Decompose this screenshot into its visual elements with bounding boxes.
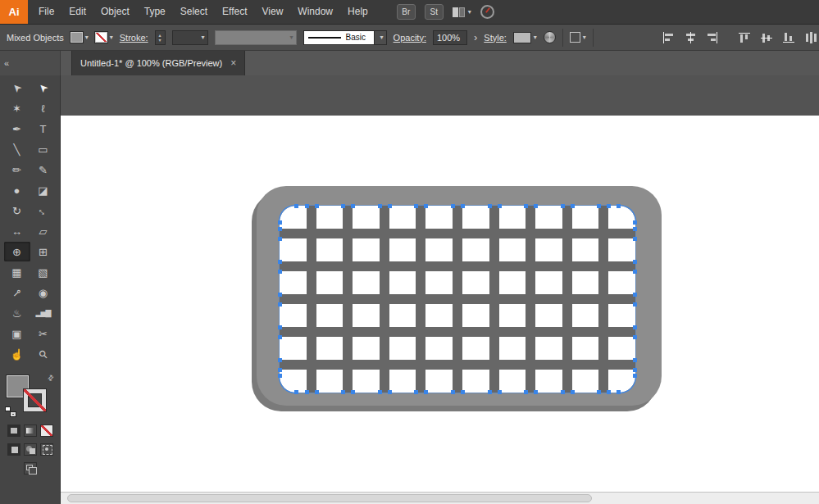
blob-brush-tool-icon: ● [14,185,20,196]
graphic-style-dropdown[interactable]: ▾ [513,32,537,43]
grid-cell [389,337,416,360]
free-transform-tool[interactable]: ▱ [30,221,57,241]
mesh-tool[interactable]: ▦ [4,262,30,282]
hand-tool[interactable]: ☝ [4,344,30,364]
scale-tool[interactable]: ↔ [30,201,57,220]
rectangle-tool[interactable]: ▭ [30,139,57,159]
stroke-indicator[interactable] [24,389,46,411]
swap-fill-stroke-icon[interactable]: ⇄ [46,373,56,383]
align-right-button[interactable] [706,31,719,44]
align-center-horizontal-button[interactable] [684,31,697,44]
menu-item-effect[interactable]: Effect [215,0,254,24]
grid-cell [572,271,599,294]
grid-cell [462,271,489,294]
stroke-style-combo[interactable]: Basic ▾ [303,30,387,45]
close-tab-icon[interactable]: × [230,57,236,69]
shape-builder-tool[interactable]: ⊕ [4,242,30,261]
magic-wand-tool[interactable]: ✶ [4,98,30,118]
paintbrush-tool[interactable]: ✏ [4,160,30,179]
blob-brush-tool[interactable]: ● [4,180,30,200]
opacity-input[interactable] [433,30,467,45]
slice-tool[interactable]: ✂ [30,324,57,343]
draw-behind-button[interactable] [24,443,37,456]
chevron-down-icon: ▾ [534,34,537,41]
menu-item-select[interactable]: Select [173,0,215,24]
artwork-grid[interactable] [280,206,635,393]
pencil-tool[interactable]: ✎ [30,160,57,179]
eyedropper-tool[interactable]: ⊸ [4,283,30,302]
direct-selection-tool[interactable]: ➤ [30,78,57,98]
screen-mode-button[interactable] [24,462,37,474]
style-link[interactable]: Style: [484,33,507,43]
workspace-switcher[interactable]: ▾ [453,7,471,17]
perspective-grid-tool[interactable]: ⊞ [30,242,57,261]
fill-color-dropdown[interactable]: ▾ [71,32,89,43]
grid-cell [535,337,562,360]
control-bar: Mixed Objects ▾ ▾ Stroke: ▴ ▾ ▾ ▾ Basic … [0,25,819,51]
opacity-panel-arrow[interactable]: › [474,32,477,43]
column-graph-tool[interactable]: ▂▅▇ [30,303,57,323]
default-fill-stroke-icon[interactable] [5,406,16,416]
none-button[interactable] [40,425,53,437]
menu-item-edit[interactable]: Edit [61,0,93,24]
gradient-tool-icon: ▧ [38,267,48,278]
menu-item-window[interactable]: Window [290,0,340,24]
menu-item-type[interactable]: Type [137,0,173,24]
align-middle-vertical-button[interactable] [760,31,773,44]
fill-stroke-indicator: ⇄ [5,374,56,418]
cs-live-gauge-icon[interactable] [480,5,494,19]
stroke-weight-stepper[interactable]: ▴ ▾ [155,30,166,45]
align-left-button[interactable] [662,31,675,44]
menu-item-help[interactable]: Help [340,0,375,24]
bridge-button[interactable]: Br [397,4,416,20]
opacity-link[interactable]: Opacity: [394,33,426,43]
pen-tool[interactable]: ✒ [4,119,30,138]
stroke-color-dropdown[interactable]: ▾ [95,32,113,43]
document-tab[interactable]: Untitled-1* @ 100% (RGB/Preview) × [71,51,245,75]
pencil-tool-icon: ✎ [39,165,48,175]
line-segment-tool[interactable]: ╲ [4,139,30,159]
app-logo[interactable]: Ai [0,0,28,24]
grid-cell [316,304,344,327]
recolor-artwork-icon[interactable] [544,31,556,43]
stroke-weight-combo[interactable]: ▾ [172,30,208,45]
align-bottom-button[interactable] [782,31,795,44]
menu-item-view[interactable]: View [255,0,291,24]
stock-button[interactable]: St [425,4,444,20]
workspace-icon [453,7,465,17]
eraser-tool[interactable]: ◪ [30,180,57,200]
lasso-tool[interactable]: ℓ [30,98,57,118]
artboard[interactable] [61,116,819,492]
collapse-panel-button[interactable]: « [0,58,9,68]
selection-tool[interactable]: ➤ [4,78,30,98]
menu-item-object[interactable]: Object [93,0,137,24]
zoom-tool[interactable]: ⚲ [30,344,57,364]
symbol-sprayer-tool[interactable]: ♨ [4,303,30,323]
transform-dropdown[interactable]: ▾ [570,32,586,43]
artwork-shape[interactable] [257,186,662,406]
combo-caret-box[interactable]: ▾ [374,31,386,44]
stroke-panel-link[interactable]: Stroke: [120,33,148,43]
draw-normal-button[interactable] [7,443,20,456]
rotate-tool[interactable]: ↻ [4,201,30,220]
distribute-horizontal-button[interactable] [804,31,817,44]
draw-inside-button[interactable] [40,443,53,456]
menu-item-file[interactable]: File [31,0,61,24]
scrollbar-thumb[interactable] [67,494,592,502]
horizontal-scrollbar[interactable] [61,492,819,504]
align-top-button[interactable] [738,31,751,44]
hand-tool-icon: ☝ [10,349,23,360]
chevron-down-icon: ▾ [288,34,296,41]
canvas-area[interactable] [61,75,819,504]
gradient-tool[interactable]: ▧ [30,262,57,282]
blend-tool[interactable]: ◉ [30,283,57,302]
color-button[interactable] [7,425,20,437]
grid-cell [499,370,526,393]
type-tool[interactable]: T [30,119,57,138]
artboard-tool[interactable]: ▣ [4,324,30,343]
width-tool[interactable]: ↔ [4,221,30,241]
grid-cell [608,370,635,393]
grid-cell [389,370,416,393]
illustrator-window: Ai FileEditObjectTypeSelectEffectViewWin… [0,0,819,504]
gradient-button[interactable] [24,425,37,437]
